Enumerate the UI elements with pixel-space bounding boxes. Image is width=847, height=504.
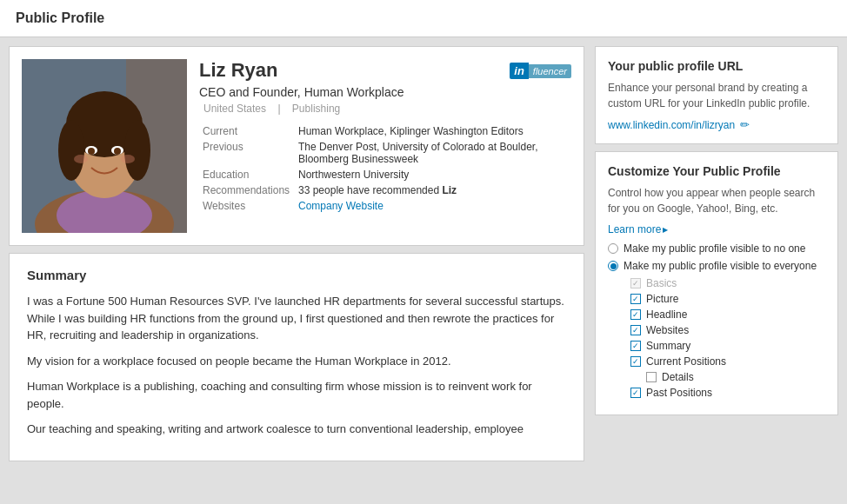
visibility-everyone-option[interactable]: Make my public profile visible to everyo…: [608, 260, 825, 272]
profile-image: [22, 59, 187, 233]
page-title: Public Profile: [16, 10, 104, 25]
public-url-box: Your public profile URL Enhance your per…: [595, 46, 838, 144]
summary-p3: Human Workplace is a publishing, coachin…: [27, 378, 566, 412]
svg-point-15: [121, 155, 135, 163]
url-box-title: Your public profile URL: [608, 59, 825, 73]
details-label: Details: [662, 371, 694, 383]
details-item: Details: [646, 371, 825, 383]
recommendations-value: 33 people have recommended Liz: [295, 182, 571, 198]
current-positions-label: Current Positions: [646, 355, 726, 368]
summary-checkbox[interactable]: [630, 341, 641, 351]
customize-box: Customize Your Public Profile Control ho…: [595, 151, 838, 415]
visibility-everyone-label: Make my public profile visible to everyo…: [624, 260, 817, 272]
websites-label: Websites: [199, 198, 295, 214]
headline-label: Headline: [646, 308, 687, 321]
current-label: Current: [199, 123, 295, 139]
summary-p2: My vision for a workplace focused on peo…: [27, 353, 566, 370]
past-positions-label: Past Positions: [646, 387, 712, 399]
svg-point-9: [124, 120, 150, 181]
visibility-no-one-radio[interactable]: [608, 243, 618, 254]
summary-section: Summary I was a Fortune 500 Human Resour…: [9, 253, 584, 461]
profile-details: Current Human Workplace, Kiplinger Washi…: [199, 123, 571, 214]
profile-url: www.linkedin.com/in/lizryan ✏: [608, 118, 825, 131]
customize-description: Control how you appear when people searc…: [608, 185, 825, 216]
current-positions-item: Current Positions: [630, 355, 825, 368]
main-content: Liz Ryan in fluencer CEO and Founder, Hu…: [0, 37, 847, 470]
details-subitem: Details: [630, 371, 825, 383]
previous-value: The Denver Post, University of Colorado …: [295, 139, 571, 167]
previous-row: Previous The Denver Post, University of …: [199, 139, 571, 167]
past-positions-item: Past Positions: [630, 387, 825, 399]
summary-item: Summary: [630, 340, 825, 352]
profile-card: Liz Ryan in fluencer CEO and Founder, Hu…: [9, 46, 584, 246]
summary-title: Summary: [27, 268, 566, 282]
picture-label: Picture: [646, 293, 678, 305]
current-row: Current Human Workplace, Kiplinger Washi…: [199, 123, 571, 139]
details-checkbox[interactable]: [646, 372, 657, 382]
influencer-in: in: [510, 63, 529, 79]
profile-sections-list: Basics Picture Headline: [608, 277, 825, 399]
websites-row: Websites Company Website: [199, 198, 571, 214]
edit-url-icon[interactable]: ✏: [740, 118, 750, 131]
headline-item: Headline: [630, 308, 825, 321]
summary-p1: I was a Fortune 500 Human Resources SVP.…: [27, 293, 566, 344]
profile-info: Liz Ryan in fluencer CEO and Founder, Hu…: [199, 59, 571, 233]
svg-point-12: [88, 148, 95, 155]
sub-items: Picture Headline Websites Summar: [615, 293, 825, 399]
previous-label: Previous: [199, 139, 295, 167]
visibility-no-one-option[interactable]: Make my public profile visible to no one: [608, 242, 825, 255]
basics-item: Basics: [615, 277, 825, 289]
svg-point-8: [58, 120, 84, 181]
url-value: www.linkedin.com/in/lizryan: [608, 119, 735, 131]
recommendations-row: Recommendations 33 people have recommend…: [199, 182, 571, 198]
education-value: Northwestern University: [295, 167, 571, 182]
influencer-text: fluencer: [529, 64, 571, 78]
profile-location: United States | Publishing: [199, 103, 571, 115]
current-value: Human Workplace, Kiplinger Washington Ed…: [295, 123, 571, 139]
websites-checkbox[interactable]: [630, 325, 641, 335]
left-column: Liz Ryan in fluencer CEO and Founder, Hu…: [9, 46, 584, 461]
education-row: Education Northwestern University: [199, 167, 571, 182]
svg-point-13: [114, 148, 121, 155]
influencer-badge-container: in fluencer: [510, 63, 571, 79]
visibility-no-one-label: Make my public profile visible to no one: [624, 242, 805, 255]
url-box-description: Enhance your personal brand by creating …: [608, 80, 825, 111]
recommendations-label: Recommendations: [199, 182, 295, 198]
basics-checkbox[interactable]: [630, 278, 641, 288]
profile-photo: [22, 59, 187, 233]
education-label: Education: [199, 167, 295, 182]
profile-title: CEO and Founder, Human Workplace: [199, 85, 571, 99]
profile-name: Liz Ryan: [199, 59, 277, 82]
right-column: Your public profile URL Enhance your per…: [595, 46, 838, 422]
picture-item: Picture: [630, 293, 825, 305]
websites-checkbox-label: Websites: [646, 324, 689, 336]
summary-text: I was a Fortune 500 Human Resources SVP.…: [27, 293, 566, 438]
company-website-link[interactable]: Company Website: [298, 200, 383, 212]
current-positions-checkbox[interactable]: [630, 356, 641, 367]
visibility-options: Make my public profile visible to no one…: [608, 242, 825, 399]
summary-p4: Our teaching and speaking, writing and a…: [27, 421, 566, 438]
basics-label: Basics: [646, 277, 677, 289]
page-header: Public Profile: [0, 0, 847, 37]
visibility-everyone-radio[interactable]: [608, 261, 618, 271]
websites-item: Websites: [630, 324, 825, 336]
headline-checkbox[interactable]: [630, 309, 641, 320]
learn-more-link[interactable]: Learn more: [608, 223, 825, 235]
svg-point-14: [74, 155, 88, 163]
customize-title: Customize Your Public Profile: [608, 164, 825, 178]
summary-checkbox-label: Summary: [646, 340, 690, 352]
picture-checkbox[interactable]: [630, 294, 641, 304]
past-positions-checkbox[interactable]: [630, 388, 641, 398]
websites-value: Company Website: [295, 198, 571, 214]
